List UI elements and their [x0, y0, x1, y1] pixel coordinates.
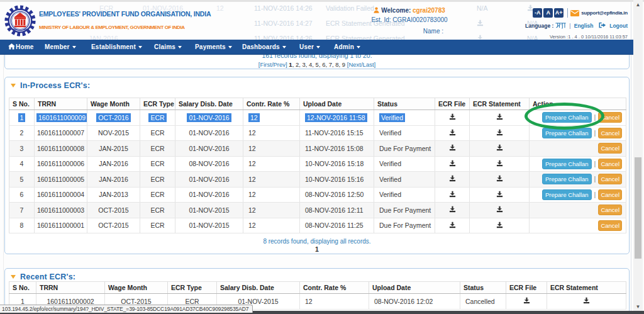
- table-row: 51601611000005JAN-2016ECR01-NOV-20161210…: [9, 172, 626, 188]
- column-header: ECR File: [435, 98, 470, 110]
- ecr-file-download-icon[interactable]: [449, 144, 456, 152]
- ecr-statement-download-icon[interactable]: [496, 191, 503, 199]
- in-process-page-number: 1: [5, 245, 629, 253]
- cell-wage-month: JAN-2013: [87, 187, 140, 203]
- cell-action: Cancel: [530, 141, 626, 157]
- ecr-statement-download-icon[interactable]: [496, 206, 503, 214]
- cancel-button[interactable]: Cancel: [598, 159, 622, 169]
- cancel-button[interactable]: Cancel: [598, 143, 622, 154]
- english-language-link[interactable]: English: [574, 23, 594, 29]
- ecr-file-download-icon[interactable]: [449, 191, 456, 199]
- cell-salary-disb-date: 01-NOV-2016: [175, 125, 243, 141]
- caret-down-icon: [228, 46, 232, 48]
- recent-panel-title[interactable]: Recent ECR's:: [5, 269, 629, 281]
- column-header: Status: [460, 282, 506, 294]
- ecr-statement-download-icon[interactable]: [496, 129, 503, 137]
- cell-salary-disb-date: 01-NOV-2016: [175, 187, 243, 203]
- ecr-file-download-icon[interactable]: [449, 160, 456, 168]
- cell-ecr-type: ECR: [140, 156, 175, 172]
- cell-sno: 7: [9, 203, 35, 218]
- next-last-link[interactable]: [Next/Last]: [347, 61, 375, 68]
- prepare-challan-button[interactable]: Prepare Challan: [542, 174, 592, 184]
- ecr-file-download-icon[interactable]: [449, 129, 456, 137]
- ecr-file-download-icon[interactable]: [449, 206, 456, 214]
- cancel-button[interactable]: Cancel: [598, 220, 622, 231]
- first-prev-link[interactable]: [First/Prev]: [258, 61, 287, 68]
- epfo-logo: [4, 4, 36, 37]
- nav-item-member[interactable]: Member: [45, 40, 76, 55]
- column-header: ECR Statement: [470, 98, 530, 110]
- cell-salary-disb-date: 01-NOV-2015: [175, 203, 243, 218]
- nav-item-dashboards[interactable]: Dashboards: [242, 40, 286, 55]
- cell-trrn: 1601611000006: [35, 156, 87, 172]
- cell-ecr-type: ECR: [140, 203, 175, 218]
- in-process-panel-title[interactable]: In-Process ECR's:: [5, 77, 629, 90]
- nav-item-claims[interactable]: Claims: [154, 40, 182, 55]
- cancel-button[interactable]: Cancel: [598, 128, 622, 138]
- cell-sno: 3: [9, 141, 35, 157]
- cell-sno: 5: [9, 172, 35, 188]
- support-email-link[interactable]: support@epfindia.in: [581, 10, 628, 16]
- nav-item-establishment[interactable]: Establishment: [91, 40, 142, 55]
- ecr-statement-download-icon[interactable]: [496, 221, 503, 230]
- nav-item-user[interactable]: User: [299, 40, 320, 55]
- cell-wage-month: JAN-2015: [87, 141, 140, 157]
- cell-salary-disb-date: 01-NOV-2015: [175, 218, 243, 233]
- column-header: S No.: [9, 98, 35, 110]
- version-text: Version :1 . 4 . 0 10/11/2016 11:03:57: [525, 34, 628, 40]
- table-cell: [470, 125, 530, 141]
- nav-item-payments[interactable]: Payments: [195, 40, 232, 55]
- ecr-statement-download-icon[interactable]: [496, 160, 503, 168]
- nav-item-home[interactable]: Home: [8, 40, 34, 55]
- prepare-challan-button[interactable]: Prepare Challan: [542, 159, 592, 169]
- prepare-challan-button[interactable]: Prepare Challan: [542, 112, 592, 123]
- ecr-file-download-icon[interactable]: [449, 221, 456, 230]
- cancel-button[interactable]: Cancel: [598, 189, 622, 200]
- ecr-file-download-icon[interactable]: [449, 175, 456, 183]
- ecr-statement-download-icon[interactable]: [496, 113, 503, 121]
- table-row: 71601611000003OCT-2015ECR01-NOV-20151208…: [9, 203, 626, 218]
- ecr-file-download-icon[interactable]: [449, 113, 456, 121]
- cancel-button[interactable]: Cancel: [598, 112, 622, 123]
- header-utilities: -A A A+ support@epfindia.in Language : ह…: [525, 8, 628, 40]
- caret-down-icon: [72, 46, 76, 48]
- scrollbar-up-arrow[interactable]: ▲: [633, 0, 643, 9]
- cell-trrn: 1601611000003: [35, 203, 87, 218]
- column-header: Status: [374, 98, 435, 110]
- hindi-language-link[interactable]: [555, 22, 566, 29]
- prepare-challan-button[interactable]: Prepare Challan: [542, 128, 592, 138]
- establishment-id: Est. Id: CGRAI0020783000: [368, 16, 451, 23]
- ecr-statement-download-icon[interactable]: [496, 144, 503, 152]
- cell-status: Verified: [374, 125, 435, 141]
- ecr-statement-download-icon[interactable]: [583, 297, 590, 305]
- other-page-numbers[interactable]: , 2, 3, 4, 5, 6, 7, 8, 9: [292, 61, 346, 68]
- logout-icon: [599, 22, 606, 28]
- prepare-challan-button[interactable]: Prepare Challan: [542, 189, 592, 200]
- selected-text: Verified: [379, 113, 405, 122]
- table-cell: [435, 110, 470, 126]
- cancel-button[interactable]: Cancel: [598, 174, 622, 184]
- font-increase-button[interactable]: A+: [554, 8, 564, 18]
- cell-upload-date: 10-NOV-2016 15:16: [300, 172, 374, 188]
- welcome-block: Welcome: cgrai20783 Est. Id: CGRAI002078…: [368, 7, 451, 35]
- action-separator: |: [594, 160, 596, 167]
- nav-item-admin[interactable]: Admin: [334, 40, 360, 55]
- language-row: Language : हिंदी| English Logout: [525, 22, 628, 29]
- scrollbar-thumb[interactable]: [635, 157, 641, 259]
- font-normal-button[interactable]: A: [543, 8, 553, 18]
- ecr-statement-download-icon[interactable]: [496, 175, 503, 183]
- logout-link[interactable]: Logout: [609, 23, 628, 29]
- cell-wage-month: NOV-2015: [87, 125, 140, 141]
- ecr-file-download-icon[interactable]: [523, 297, 530, 305]
- table-row: 31601611000008JAN-2015ECR01-NOV-20161211…: [9, 141, 626, 157]
- cancel-button[interactable]: Cancel: [598, 205, 622, 215]
- cell-upload-date: 12-NOV-2016 11:58: [300, 110, 374, 126]
- font-decrease-button[interactable]: -A: [533, 8, 542, 18]
- cell-wage-month: OCT-2015: [87, 203, 140, 218]
- main-navbar: Home Member Establishment Claims Payment…: [0, 40, 633, 55]
- table-row: 11601611000009OCT-2016ECR01-NOV-20161212…: [9, 110, 626, 126]
- table-cell: [435, 156, 470, 172]
- scrollbar-down-arrow[interactable]: ▼: [633, 302, 643, 311]
- table-cell: [470, 110, 530, 126]
- cell-wage-month: JAN-2016: [87, 172, 140, 188]
